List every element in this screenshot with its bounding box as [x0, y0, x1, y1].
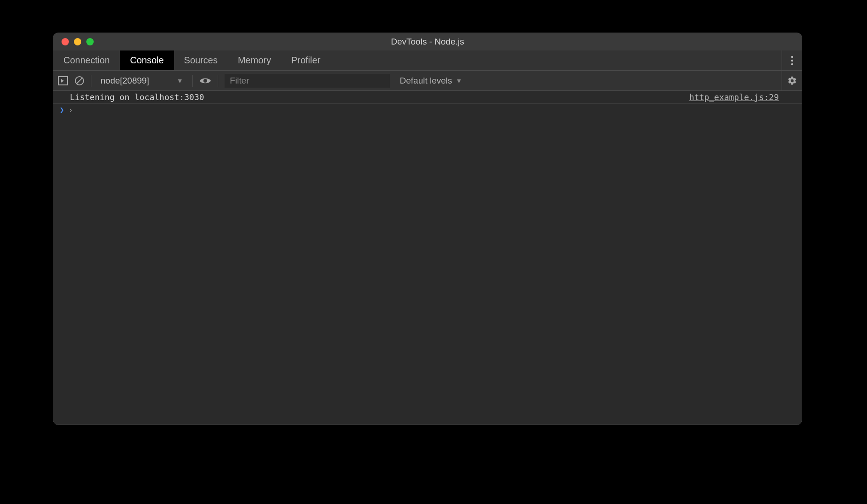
toolbar-divider: [192, 75, 193, 87]
live-expression-button[interactable]: [199, 77, 211, 85]
clear-icon: [74, 76, 84, 86]
window-title: DevTools - Node.js: [53, 37, 802, 47]
console-toolbar: node[20899] ▼ Default levels ▼: [53, 71, 802, 91]
console-settings-button[interactable]: [782, 71, 802, 90]
more-options-button[interactable]: [782, 50, 802, 70]
log-entry: Listening on localhost:3030 http_example…: [53, 91, 802, 104]
sidebar-icon: [58, 76, 68, 85]
svg-point-1: [791, 59, 793, 61]
close-window-button[interactable]: [62, 38, 69, 45]
execution-context-label: node[20899]: [101, 76, 149, 86]
chevron-down-icon: ▼: [456, 77, 462, 84]
svg-line-6: [77, 78, 82, 84]
log-levels-label: Default levels: [400, 76, 452, 86]
panel-tabs: Connection Console Sources Memory Profil…: [53, 50, 802, 71]
chevron-down-icon: ▼: [177, 77, 183, 84]
console-output[interactable]: Listening on localhost:3030 http_example…: [53, 91, 802, 425]
log-message: Listening on localhost:3030: [70, 92, 689, 102]
toggle-sidebar-button[interactable]: [58, 76, 68, 85]
console-prompt[interactable]: ❯ ›: [53, 104, 802, 116]
svg-marker-4: [61, 79, 64, 83]
tab-connection[interactable]: Connection: [53, 50, 120, 70]
tab-memory[interactable]: Memory: [228, 50, 281, 70]
tab-sources[interactable]: Sources: [174, 50, 228, 70]
toolbar-divider: [91, 75, 91, 87]
prompt-caret-icon: ›: [69, 106, 73, 114]
titlebar: DevTools - Node.js: [53, 33, 802, 50]
svg-point-7: [203, 79, 207, 83]
log-levels-select[interactable]: Default levels ▼: [396, 76, 466, 86]
window-controls: [53, 38, 94, 45]
toolbar-divider: [218, 75, 218, 87]
log-source-link[interactable]: http_example.js:29: [689, 92, 795, 102]
tab-profiler[interactable]: Profiler: [281, 50, 330, 70]
prompt-chevron-icon: ❯: [60, 106, 64, 114]
tab-console[interactable]: Console: [120, 50, 174, 70]
execution-context-select[interactable]: node[20899] ▼: [98, 76, 186, 86]
minimize-window-button[interactable]: [74, 38, 81, 45]
more-vertical-icon: [791, 56, 794, 66]
devtools-window: DevTools - Node.js Connection Console So…: [53, 33, 802, 425]
gear-icon: [787, 76, 797, 86]
eye-icon: [199, 77, 211, 85]
svg-point-0: [791, 56, 793, 57]
svg-point-2: [791, 63, 793, 65]
clear-console-button[interactable]: [74, 76, 84, 86]
filter-input[interactable]: [225, 74, 390, 88]
maximize-window-button[interactable]: [86, 38, 94, 45]
